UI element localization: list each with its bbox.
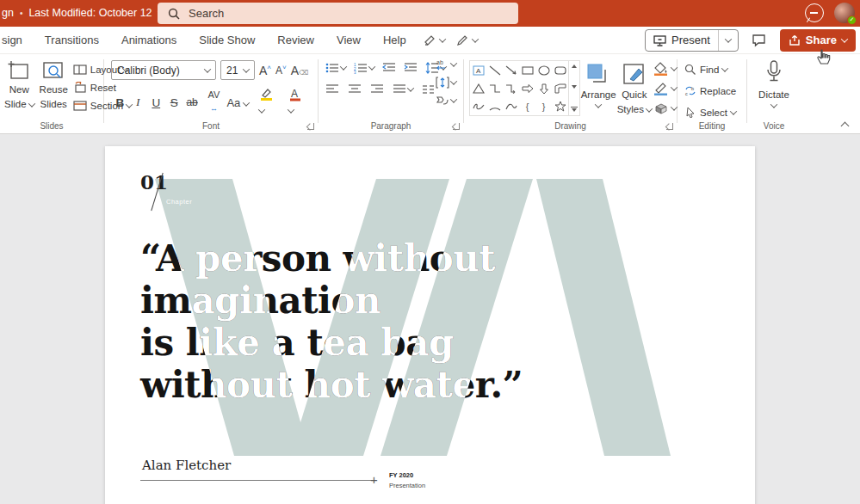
footer-subtitle[interactable]: Presentation bbox=[389, 482, 425, 489]
tab-design[interactable]: sign bbox=[0, 34, 34, 46]
shape-corner[interactable] bbox=[554, 83, 566, 94]
shapes-more-button[interactable] bbox=[571, 107, 578, 112]
shape-star[interactable] bbox=[554, 101, 566, 112]
shape-fill-button[interactable] bbox=[653, 62, 677, 76]
increase-indent-button[interactable] bbox=[404, 62, 418, 74]
document-title[interactable]: gn • Last Modified: October 12 bbox=[2, 7, 164, 19]
bullets-button[interactable] bbox=[325, 62, 346, 74]
align-right-button[interactable] bbox=[370, 83, 384, 95]
shape-rectangle[interactable] bbox=[522, 65, 534, 76]
shape-right-brace[interactable]: } bbox=[542, 101, 546, 112]
draw-pen-button[interactable] bbox=[455, 34, 478, 47]
tab-view[interactable]: View bbox=[325, 34, 372, 46]
present-button[interactable]: Present bbox=[646, 34, 718, 46]
select-label: Select bbox=[700, 108, 727, 118]
shape-left-brace[interactable]: { bbox=[526, 101, 529, 112]
quick-styles-label-1: Quick bbox=[622, 89, 647, 101]
shape-elbow-arrow[interactable] bbox=[505, 83, 517, 94]
section-icon bbox=[73, 100, 87, 112]
clear-formatting-button[interactable]: A⌫ bbox=[291, 64, 309, 77]
grow-font-button[interactable]: A˄ bbox=[259, 64, 271, 77]
numbered-list-icon: 1 2 3 bbox=[354, 62, 368, 74]
align-left-icon bbox=[325, 83, 339, 95]
chevron-down-icon bbox=[450, 77, 457, 84]
slide[interactable]: 01 Chapter “A person without imagination… bbox=[105, 146, 755, 504]
paragraph-dialog-launcher[interactable] bbox=[453, 123, 460, 130]
select-button[interactable]: Select bbox=[684, 104, 746, 120]
bold-button[interactable]: B bbox=[111, 96, 129, 109]
drawing-dialog-launcher[interactable] bbox=[666, 123, 673, 130]
font-group-label: Font bbox=[104, 121, 318, 131]
shapes-scroll-down[interactable] bbox=[572, 85, 577, 89]
columns-button[interactable] bbox=[422, 83, 436, 95]
shape-arc[interactable] bbox=[489, 101, 501, 112]
comments-button[interactable] bbox=[746, 29, 772, 52]
strikethrough-button[interactable]: S bbox=[165, 96, 183, 109]
shape-line[interactable] bbox=[489, 65, 501, 76]
text-direction-button[interactable]: ab bbox=[436, 58, 456, 71]
share-icon bbox=[789, 34, 801, 46]
svg-text:A: A bbox=[291, 88, 298, 100]
shape-rounded-rectangle[interactable] bbox=[554, 65, 566, 76]
dictate-button[interactable]: Dictate bbox=[747, 60, 801, 108]
voice-group-label: Voice bbox=[747, 121, 801, 131]
replace-button[interactable]: b c Replace bbox=[684, 83, 746, 99]
shrink-font-button[interactable]: A˅ bbox=[275, 64, 287, 77]
shape-outline-button[interactable] bbox=[653, 82, 677, 95]
font-color-button[interactable]: A bbox=[288, 88, 318, 117]
shape-textbox[interactable]: A bbox=[473, 65, 485, 76]
highlight-color-button[interactable] bbox=[259, 88, 288, 117]
italic-button[interactable]: I bbox=[129, 95, 147, 109]
shape-curve[interactable] bbox=[505, 101, 517, 112]
collapse-ribbon-button[interactable] bbox=[841, 122, 850, 131]
shape-scribble[interactable] bbox=[473, 101, 485, 112]
strikethrough-ab-button[interactable]: ab bbox=[183, 96, 201, 108]
select-cursor-icon bbox=[684, 107, 696, 118]
feedback-chat-icon[interactable] bbox=[805, 3, 824, 22]
font-dialog-launcher[interactable] bbox=[307, 123, 314, 130]
avatar[interactable]: ✓ bbox=[834, 3, 855, 23]
align-center-button[interactable] bbox=[348, 83, 362, 95]
tab-slide-show[interactable]: Slide Show bbox=[188, 34, 266, 46]
align-left-button[interactable] bbox=[325, 83, 339, 95]
character-spacing-button[interactable]: AV ↔ bbox=[201, 91, 227, 114]
tab-help[interactable]: Help bbox=[372, 34, 418, 46]
font-size-select[interactable]: 21 bbox=[220, 60, 255, 80]
underline-button[interactable]: U bbox=[147, 96, 165, 109]
shape-down-arrow[interactable] bbox=[538, 83, 550, 94]
justify-button[interactable] bbox=[393, 83, 413, 95]
shapes-scroll-up[interactable] bbox=[572, 65, 577, 68]
present-dropdown[interactable] bbox=[718, 30, 738, 51]
shape-triangle[interactable] bbox=[473, 83, 485, 94]
shape-right-arrow[interactable] bbox=[522, 83, 534, 94]
align-text-vertical-button[interactable] bbox=[436, 77, 456, 89]
dictate-label: Dictate bbox=[758, 89, 789, 101]
chevron-down-icon bbox=[243, 65, 250, 72]
chevron-down-icon bbox=[730, 108, 737, 114]
find-button[interactable]: Find bbox=[684, 61, 746, 77]
shape-effects-button[interactable] bbox=[653, 101, 677, 115]
search-icon bbox=[168, 8, 180, 20]
slides-group-label: Slides bbox=[0, 121, 103, 131]
tab-transitions[interactable]: Transitions bbox=[34, 34, 110, 46]
inking-tools-button[interactable] bbox=[423, 34, 445, 47]
font-name-select[interactable]: Calibri (Body) bbox=[111, 60, 216, 80]
author-name[interactable]: Alan Fletcher bbox=[142, 458, 231, 473]
footer-title[interactable]: FY 2020 bbox=[389, 471, 413, 479]
pen-icon bbox=[455, 34, 469, 47]
decrease-indent-button[interactable] bbox=[382, 62, 396, 74]
tab-review[interactable]: Review bbox=[266, 34, 325, 46]
search-input[interactable]: Search bbox=[158, 3, 518, 24]
chevron-down-icon bbox=[258, 106, 265, 113]
tab-animations[interactable]: Animations bbox=[110, 34, 188, 46]
shape-oval[interactable] bbox=[538, 65, 550, 76]
align-right-icon bbox=[370, 83, 384, 95]
editing-group-label: Editing bbox=[677, 121, 746, 131]
numbering-button[interactable]: 1 2 3 bbox=[354, 62, 374, 74]
document-title-fragment: gn bbox=[2, 7, 14, 19]
shape-arrow[interactable] bbox=[505, 65, 517, 76]
reuse-slides-icon bbox=[42, 60, 65, 81]
change-case-button[interactable]: Aa bbox=[226, 96, 254, 109]
shape-elbow[interactable] bbox=[489, 83, 501, 94]
convert-to-smartart-button[interactable] bbox=[436, 95, 456, 107]
